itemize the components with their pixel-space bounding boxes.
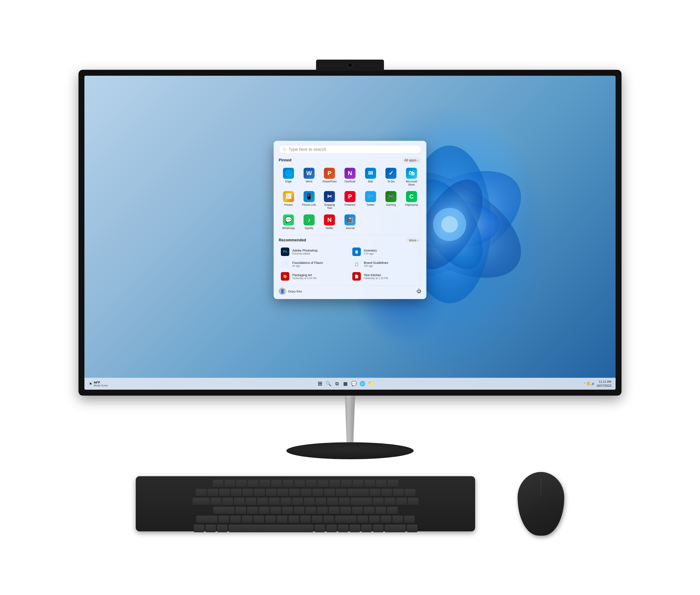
key-w[interactable] — [222, 498, 233, 506]
chat-button[interactable]: 💬 — [350, 380, 358, 388]
pinned-app-onenote[interactable]: NOneNote — [340, 166, 360, 188]
key-num-7[interactable] — [373, 498, 384, 506]
key-num-0[interactable] — [385, 525, 406, 532]
edge-taskbar-button[interactable]: 🌐 — [359, 380, 366, 388]
key-f10[interactable] — [330, 480, 340, 488]
key-alt-r[interactable] — [314, 525, 325, 532]
key-1[interactable] — [207, 489, 218, 497]
widgets-button[interactable]: ▦ — [342, 380, 349, 388]
key-g[interactable] — [282, 507, 293, 514]
rec-app-adobe-photoshop[interactable]: PsAdobe PhotoshopRecently added — [279, 246, 350, 258]
rec-app-foundations-of-flavor[interactable]: 📄Foundations of Flavor4h ago — [279, 258, 350, 270]
user-info[interactable]: 👤 Onyu Kim — [279, 288, 302, 295]
key-num-dot[interactable] — [407, 525, 417, 532]
key-arrow-up[interactable] — [358, 516, 368, 523]
sys-tray-up-arrow[interactable]: ⌃ — [583, 382, 585, 385]
key-r[interactable] — [246, 498, 256, 506]
key-space[interactable] — [229, 525, 313, 532]
key-d[interactable] — [259, 507, 270, 514]
key-backtick[interactable] — [196, 489, 206, 497]
search-button[interactable]: 🔍 — [325, 380, 332, 388]
pinned-app-powerpoint[interactable]: PPowerPoint — [320, 166, 339, 188]
key-backspace[interactable] — [347, 489, 369, 497]
key-num-star[interactable] — [393, 489, 404, 497]
pinned-app-photos[interactable]: 🖼Photos — [279, 189, 299, 211]
pinned-app-netflix[interactable]: NNetflix — [320, 213, 339, 232]
key-del[interactable] — [364, 480, 375, 488]
key-num-5[interactable] — [375, 507, 386, 514]
key-num-6[interactable] — [387, 507, 398, 514]
more-button[interactable]: More › — [406, 237, 421, 243]
key-enter[interactable] — [351, 498, 372, 506]
rec-app-brand-guidelines[interactable]: 📋Brand Guidelines12h ago — [350, 258, 421, 270]
key-f[interactable] — [271, 507, 281, 514]
key-q[interactable] — [211, 498, 221, 506]
key-f8[interactable] — [306, 480, 317, 488]
key-i[interactable] — [292, 498, 303, 506]
key-shift-r[interactable] — [335, 516, 356, 523]
start-button[interactable]: ⊞ — [316, 380, 324, 388]
pinned-app-mail[interactable]: ✉Mail — [361, 166, 380, 188]
rec-app-packaging-art[interactable]: 🎨Packaging ArtYesterday at 4:24 PM — [279, 271, 350, 282]
weather-widget[interactable]: ☀ 44°F Mostly Sunny — [89, 381, 108, 387]
key-ctrl-r[interactable] — [338, 525, 348, 532]
key-rbracket[interactable] — [339, 498, 349, 506]
pinned-app-spotify[interactable]: ♪Spotify — [299, 213, 319, 232]
key-y[interactable] — [269, 498, 280, 506]
clock[interactable]: 11:11 AM 10/27/2023 — [596, 380, 611, 387]
pinned-app-snipping-tool[interactable]: ✂Snipping Tool — [320, 189, 339, 211]
pinned-app-twitter[interactable]: 🐦Twitter — [361, 189, 380, 211]
key-e[interactable] — [234, 498, 245, 506]
key-num-minus[interactable] — [405, 489, 415, 497]
key-win[interactable] — [205, 525, 216, 532]
key-num-plus[interactable] — [408, 498, 419, 506]
rec-app-test-kitchen[interactable]: 📄Test KitchenYesterday at 1:15 PM — [350, 271, 421, 282]
search-bar[interactable]: Type here to search — [279, 145, 421, 153]
key-f9[interactable] — [318, 480, 328, 488]
key-f11[interactable] — [341, 480, 352, 488]
key-3[interactable] — [231, 489, 242, 497]
key-f6[interactable] — [283, 480, 293, 488]
key-arrow-right[interactable] — [373, 525, 384, 532]
pinned-app-word[interactable]: WWord — [299, 166, 319, 188]
key-f4[interactable] — [259, 480, 270, 488]
key-6[interactable] — [266, 489, 276, 497]
key-8[interactable] — [289, 489, 300, 497]
key-b[interactable] — [265, 516, 276, 523]
key-arrow-down[interactable] — [361, 525, 372, 532]
pinned-app-phone-link[interactable]: 📱Phone Link — [299, 189, 319, 211]
mouse[interactable] — [517, 472, 564, 536]
pinned-app-whatsapp[interactable]: 💬WhatsApp — [279, 213, 299, 232]
pinned-app-journal[interactable]: 📓Journal — [340, 213, 360, 232]
key-f1[interactable] — [224, 480, 235, 488]
key-7[interactable] — [277, 489, 288, 497]
key-o[interactable] — [304, 498, 314, 506]
key-k[interactable] — [317, 507, 328, 514]
key-num-4[interactable] — [364, 507, 374, 514]
key-f12[interactable] — [353, 480, 363, 488]
key-j[interactable] — [305, 507, 316, 514]
key-v[interactable] — [253, 516, 264, 523]
key-2[interactable] — [219, 489, 230, 497]
key-f2[interactable] — [236, 480, 247, 488]
key-9[interactable] — [301, 489, 311, 497]
key-minus[interactable] — [324, 489, 335, 497]
pinned-app-clipchamp[interactable]: CClipchamp — [401, 189, 421, 211]
key-5[interactable] — [254, 489, 265, 497]
key-end[interactable] — [388, 480, 398, 488]
pinned-app-microsoft-store[interactable]: 🛍Microsoft Store — [401, 166, 421, 188]
key-num-slash[interactable] — [382, 489, 392, 497]
key-p[interactable] — [316, 498, 326, 506]
key-home[interactable] — [376, 480, 387, 488]
key-z[interactable] — [219, 516, 229, 523]
key-0[interactable] — [312, 489, 323, 497]
key-capslock[interactable] — [213, 507, 234, 514]
key-tab[interactable] — [193, 498, 209, 506]
key-num-9[interactable] — [396, 498, 407, 506]
key-period[interactable] — [312, 516, 323, 523]
all-apps-button[interactable]: All apps › — [401, 158, 421, 163]
pinned-app-pinterest[interactable]: PPinterest — [340, 189, 360, 211]
key-h[interactable] — [294, 507, 304, 514]
key-numlock[interactable] — [370, 489, 380, 497]
key-x[interactable] — [230, 516, 241, 523]
